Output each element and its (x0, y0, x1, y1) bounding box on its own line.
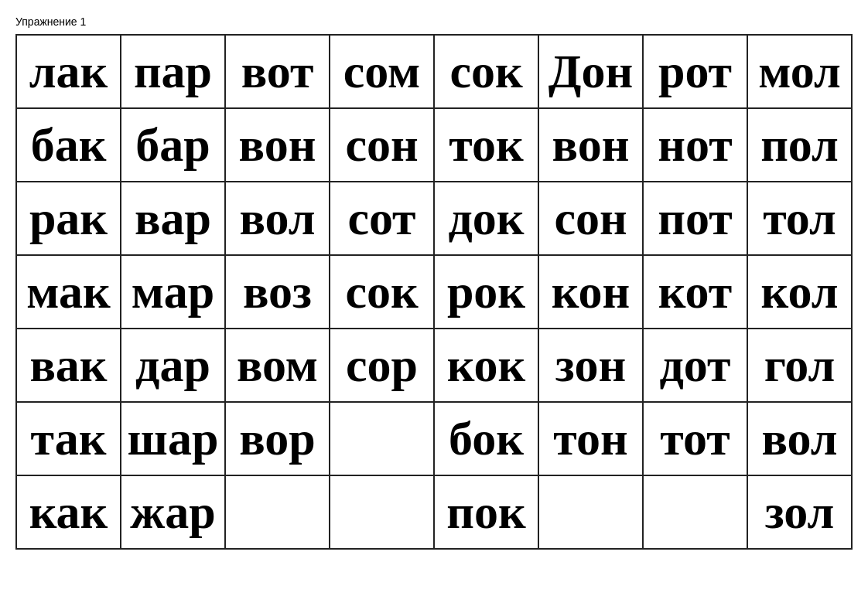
table-cell: кол (747, 255, 852, 329)
table-cell (643, 475, 747, 549)
table-cell: вон (225, 108, 330, 182)
table-cell: сом (330, 35, 434, 108)
table-cell: вак (16, 329, 121, 402)
table-cell: кот (643, 255, 747, 329)
table-cell: рак (16, 182, 121, 255)
table-cell: Дон (538, 35, 643, 108)
table-cell: рок (434, 255, 538, 329)
table-cell: сок (434, 35, 538, 108)
table-cell: вол (747, 402, 852, 475)
table-cell: нот (643, 108, 747, 182)
table-cell: вом (225, 329, 330, 402)
table-cell: тот (643, 402, 747, 475)
table-cell: док (434, 182, 538, 255)
table-cell: вон (538, 108, 643, 182)
table-cell: зол (747, 475, 852, 549)
table-cell: сок (330, 255, 434, 329)
table-cell: пок (434, 475, 538, 549)
table-cell: лак (16, 35, 121, 108)
table-cell: пар (121, 35, 225, 108)
table-cell: ток (434, 108, 538, 182)
table-cell: вор (225, 402, 330, 475)
table-cell: воз (225, 255, 330, 329)
table-cell: бак (16, 108, 121, 182)
table-cell: сор (330, 329, 434, 402)
table-cell: сон (538, 182, 643, 255)
table-cell: бар (121, 108, 225, 182)
table-cell: вар (121, 182, 225, 255)
table-cell (330, 402, 434, 475)
table-cell: сон (330, 108, 434, 182)
word-grid: лакпарвотсомсокДонротмолбакбарвонсонтокв… (15, 34, 853, 550)
table-cell: сот (330, 182, 434, 255)
table-cell: дот (643, 329, 747, 402)
table-cell: тол (747, 182, 852, 255)
table-cell: тон (538, 402, 643, 475)
table-cell: гол (747, 329, 852, 402)
table-cell: дар (121, 329, 225, 402)
table-cell: кок (434, 329, 538, 402)
table-cell: мак (16, 255, 121, 329)
table-cell: бок (434, 402, 538, 475)
table-cell: вол (225, 182, 330, 255)
table-cell: мол (747, 35, 852, 108)
table-cell (330, 475, 434, 549)
table-cell (538, 475, 643, 549)
table-cell: пот (643, 182, 747, 255)
table-cell: рот (643, 35, 747, 108)
table-cell: кон (538, 255, 643, 329)
table-cell: зон (538, 329, 643, 402)
table-cell (225, 475, 330, 549)
table-cell: так (16, 402, 121, 475)
table-cell: мар (121, 255, 225, 329)
table-cell: вот (225, 35, 330, 108)
table-cell: шар (121, 402, 225, 475)
page-title: Упражнение 1 (15, 15, 853, 28)
table-cell: как (16, 475, 121, 549)
table-cell: пол (747, 108, 852, 182)
table-cell: жар (121, 475, 225, 549)
